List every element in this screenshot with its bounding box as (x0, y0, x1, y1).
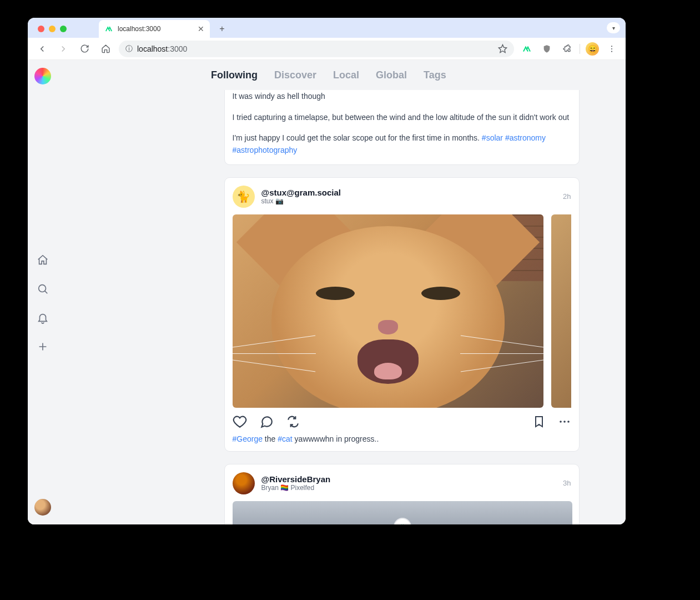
browser-tab-bar: localhost:3000 ✕ + ▾ (28, 18, 626, 38)
post-card: It was windy as hell though I tried capt… (224, 90, 580, 165)
svg-point-1 (611, 48, 612, 49)
svg-point-6 (567, 421, 570, 423)
image-loading-badge-icon (395, 519, 410, 524)
post-timestamp: 3h (563, 479, 571, 487)
site-info-icon[interactable]: ⓘ (125, 44, 133, 54)
svg-point-4 (560, 421, 562, 423)
post-timestamp: 2h (563, 192, 571, 201)
bookmark-icon[interactable] (532, 415, 546, 428)
hashtag-link[interactable]: #solar (482, 133, 503, 142)
reblog-icon[interactable] (286, 414, 300, 429)
extensions-puzzle-icon[interactable] (560, 42, 574, 56)
author-avatar[interactable] (233, 472, 255, 494)
hashtag-link[interactable]: #George (233, 434, 263, 443)
browser-toolbar: ⓘ localhost:3000 😄 (28, 38, 626, 60)
url-text: localhost:3000 (137, 44, 187, 53)
feed-scroll[interactable]: It was windy as hell though I tried capt… (58, 90, 626, 524)
post-body: It was windy as hell though I tried capt… (233, 91, 571, 157)
post-text-line: I'm just happy I could get the solar sco… (233, 132, 571, 156)
svg-point-0 (611, 46, 612, 47)
extension-shield-icon[interactable] (540, 42, 554, 56)
tab-title: localhost:3000 (118, 25, 160, 33)
rail-search-icon[interactable] (32, 278, 54, 300)
post-image-next[interactable] (551, 214, 571, 408)
post-image[interactable] (233, 214, 543, 408)
author-avatar[interactable]: 🐈 (233, 186, 255, 208)
browser-tab[interactable]: localhost:3000 ✕ (99, 20, 210, 38)
extension-nuxt-icon[interactable] (520, 42, 534, 56)
main-column: Following Discover Local Global Tags It … (58, 60, 626, 524)
post-header: 🐈 @stux@gram.social stux 📷 2h (233, 186, 571, 208)
toolbar-separator (580, 44, 580, 54)
tab-local[interactable]: Local (333, 69, 359, 81)
address-bar[interactable]: ⓘ localhost:3000 (119, 41, 514, 57)
like-icon[interactable] (233, 414, 247, 429)
left-rail (28, 60, 58, 524)
post-actions (233, 414, 571, 429)
browser-menu-icon[interactable] (605, 42, 619, 56)
post-text-line: It was windy as hell though (233, 91, 571, 103)
tab-following[interactable]: Following (211, 69, 258, 81)
author-block[interactable]: @RiversideBryan Bryan 🏳️‍🌈 Pixelfed (261, 474, 331, 492)
tab-favicon-icon (104, 24, 113, 33)
post-image[interactable] (233, 501, 572, 524)
post-card: 🐈 @stux@gram.social stux 📷 2h (224, 177, 580, 452)
nav-home-button[interactable] (98, 41, 113, 57)
author-displayname: Bryan 🏳️‍🌈 Pixelfed (261, 484, 331, 492)
nav-reload-button[interactable] (77, 41, 92, 57)
feed-tabs: Following Discover Local Global Tags (58, 60, 626, 90)
app-root: Following Discover Local Global Tags It … (28, 60, 626, 524)
author-handle: @RiversideBryan (261, 474, 331, 484)
post-card: @RiversideBryan Bryan 🏳️‍🌈 Pixelfed 3h (224, 464, 580, 524)
author-displayname: stux 📷 (261, 197, 341, 205)
hashtag-link[interactable]: #astronomy (505, 133, 546, 142)
rail-create-icon[interactable] (32, 336, 54, 358)
tab-tags[interactable]: Tags (424, 69, 446, 81)
comment-icon[interactable] (259, 414, 274, 429)
svg-point-5 (563, 421, 566, 423)
rail-home-icon[interactable] (32, 249, 54, 271)
hashtag-link[interactable]: #cat (278, 434, 292, 443)
svg-point-2 (611, 51, 612, 52)
bookmark-star-icon[interactable] (498, 44, 507, 53)
post-text-line: I tried capturing a timelapse, but betwe… (233, 112, 571, 124)
author-block[interactable]: @stux@gram.social stux 📷 (261, 188, 341, 205)
browser-profile-avatar[interactable]: 😄 (586, 42, 599, 56)
hashtag-link[interactable]: #astrophotography (233, 146, 298, 154)
rail-notifications-icon[interactable] (32, 307, 54, 329)
post-header: @RiversideBryan Bryan 🏳️‍🌈 Pixelfed 3h (233, 472, 571, 494)
tabs-dropdown-icon[interactable]: ▾ (607, 22, 620, 33)
window-close[interactable] (38, 26, 44, 32)
tab-discover[interactable]: Discover (274, 69, 316, 81)
window-maximize[interactable] (60, 26, 67, 32)
browser-window: localhost:3000 ✕ + ▾ ⓘ localhost:3000 (28, 18, 626, 524)
tab-global[interactable]: Global (376, 69, 407, 81)
tab-close-icon[interactable]: ✕ (198, 24, 204, 33)
author-handle: @stux@gram.social (261, 188, 341, 197)
app-logo[interactable] (34, 68, 51, 84)
post-media-carousel[interactable] (233, 214, 571, 408)
feed: It was windy as hell though I tried capt… (224, 90, 580, 524)
window-minimize[interactable] (49, 26, 56, 32)
rail-user-avatar[interactable] (34, 499, 51, 516)
nav-forward-button[interactable] (56, 41, 71, 57)
nav-back-button[interactable] (34, 41, 50, 57)
new-tab-button[interactable]: + (214, 21, 230, 37)
more-icon[interactable] (558, 415, 571, 428)
svg-point-3 (39, 285, 46, 292)
post-caption: #George the #cat yawwwwhn in progress.. (233, 434, 571, 443)
window-controls (34, 26, 71, 38)
